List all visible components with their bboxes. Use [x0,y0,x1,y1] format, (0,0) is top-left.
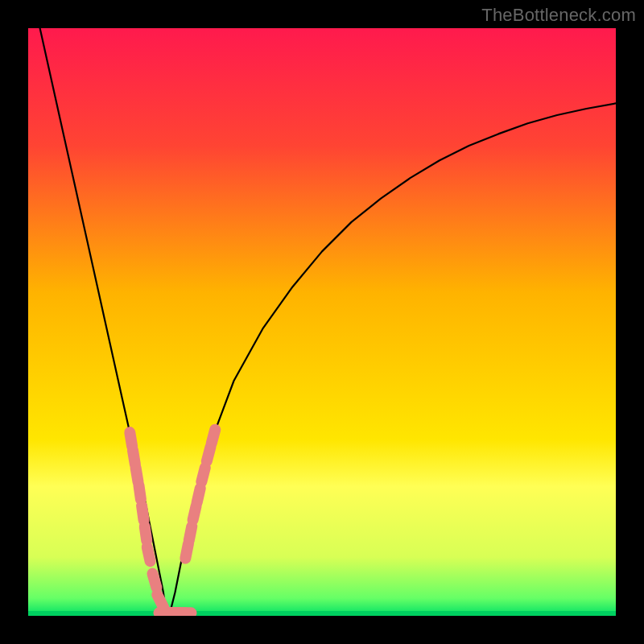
chart-frame: TheBottleneck.com [0,0,644,644]
svg-line-4 [142,506,144,520]
svg-line-3 [138,485,141,500]
svg-line-17 [201,468,204,481]
chart-plot-area [28,28,616,616]
svg-line-19 [212,430,216,444]
svg-line-15 [193,506,196,520]
svg-line-8 [157,595,163,608]
svg-line-16 [197,489,200,503]
chart-svg [28,28,616,616]
svg-line-18 [207,448,211,461]
bottom-band [28,611,616,616]
svg-line-14 [189,526,192,541]
watermark-text: TheBottleneck.com [481,5,636,26]
svg-line-13 [185,544,188,559]
svg-line-7 [152,574,156,588]
svg-line-5 [145,526,147,541]
gradient-background [28,28,616,616]
svg-line-6 [147,547,151,562]
